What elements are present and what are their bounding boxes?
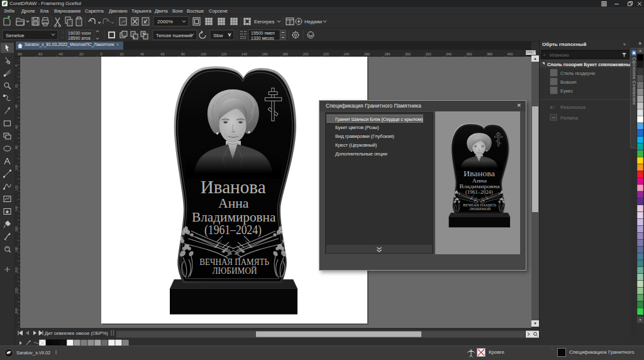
svg-text:40: 40: [15, 104, 18, 108]
svg-text:360: 360: [466, 52, 472, 56]
svg-text:Иланоио: Иланоио: [550, 52, 569, 58]
svg-text:400: 400: [507, 52, 513, 56]
svg-text:240: 240: [343, 52, 349, 56]
svg-text:»: »: [623, 42, 626, 47]
svg-text:0: 0: [15, 64, 18, 66]
svg-text:⁙: ⁙: [61, 30, 64, 35]
svg-text:2000%: 2000%: [157, 19, 173, 25]
svg-text:100: 100: [201, 52, 206, 56]
svg-text:160: 160: [15, 226, 18, 232]
svg-text:⌕: ⌕: [543, 52, 546, 57]
svg-text:380: 380: [487, 52, 492, 56]
svg-text:140: 140: [242, 52, 247, 56]
svg-text:Обрть гпопсеный: Обрть гпопсеный: [542, 42, 586, 47]
svg-text:120: 120: [15, 185, 18, 191]
svg-text:1330 месес: 1330 месес: [251, 36, 275, 40]
svg-text:Стиль геодерни: Стиль геодерни: [560, 70, 595, 76]
svg-text:18590 атое: 18590 атое: [68, 36, 91, 40]
svg-text:220: 220: [15, 288, 18, 293]
svg-text:(1961–2024): (1961–2024): [204, 222, 262, 237]
svg-text:200: 200: [15, 267, 18, 273]
svg-text:340: 340: [446, 52, 452, 56]
svg-text:280: 280: [384, 52, 390, 56]
svg-text:Sbw: Sbw: [213, 33, 223, 38]
svg-text:15500 пмеп: 15500 пмеп: [251, 31, 275, 35]
svg-text:60: 60: [160, 52, 164, 56]
svg-text:140: 140: [15, 206, 18, 211]
svg-text:Еукес: Еукес: [560, 88, 573, 94]
svg-text:80: 80: [181, 52, 185, 56]
svg-text:Senetoe: Senetoe: [6, 33, 25, 38]
svg-text:Споль гооория Букет спяложеавн: Споль гооория Букет спяложеавный: [547, 62, 631, 67]
svg-text:Resomonus: Resomonus: [560, 104, 586, 110]
svg-text:F,ˣ: F,ˣ: [550, 106, 555, 110]
svg-text:20: 20: [119, 52, 123, 56]
svg-text:100: 100: [15, 165, 18, 171]
svg-text:240: 240: [15, 308, 18, 313]
svg-text:80: 80: [15, 145, 18, 149]
svg-text:Eerorpes: Eerorpes: [254, 19, 274, 25]
svg-text:бб: бб: [552, 116, 555, 120]
svg-text:Недаяи: Недаяи: [304, 19, 322, 25]
svg-text:120: 120: [221, 52, 226, 56]
svg-text:300: 300: [405, 52, 411, 56]
svg-text:-60: -60: [38, 52, 43, 56]
svg-text:180: 180: [282, 52, 288, 56]
svg-text:-20: -20: [79, 52, 84, 56]
svg-text:Иванова: Иванова: [201, 176, 266, 197]
svg-text:260: 260: [364, 52, 370, 56]
svg-text:Дит севеенее омооe (ОБР%): Дит севеенее омооe (ОБР%): [45, 330, 108, 336]
svg-text:200: 200: [303, 52, 308, 56]
svg-text:60: 60: [15, 125, 18, 128]
svg-text:⁙: ⁙: [61, 35, 64, 40]
svg-text:220: 220: [323, 52, 329, 56]
svg-text:40: 40: [140, 52, 144, 56]
svg-text:16030 vоон: 16030 vоон: [68, 31, 91, 35]
svg-text:Вовоип: Вовоип: [560, 79, 577, 85]
svg-text:320: 320: [425, 52, 431, 56]
svg-text:-40: -40: [58, 52, 63, 56]
svg-text:Pemena: Pemena: [560, 115, 579, 121]
svg-text:180: 180: [15, 247, 18, 252]
svg-text:-80: -80: [17, 52, 22, 56]
svg-text:20: 20: [15, 84, 18, 87]
svg-text:ЛЮБИМОЙ: ЛЮБИМОЙ: [213, 266, 258, 276]
svg-text:160: 160: [262, 52, 267, 56]
svg-text:0: 0: [100, 52, 102, 56]
svg-text:Тепсее пшеемие: Тепсее пшеемие: [156, 33, 193, 38]
